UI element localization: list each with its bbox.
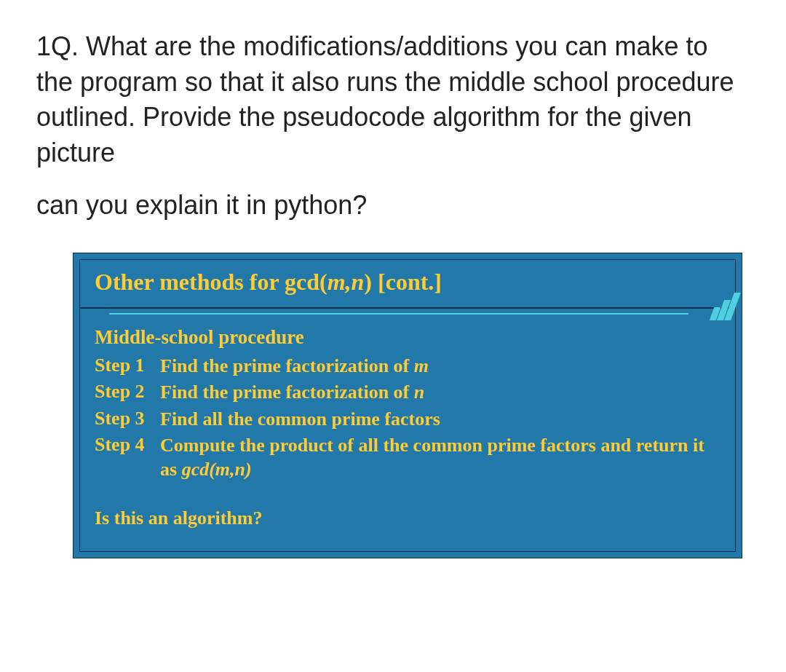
step-text-pre: Find all the common prime factors (160, 408, 440, 430)
step-row: Step 2 Find the prime factorization of n (95, 381, 720, 405)
slide-bottom-question: Is this an algorithm? (95, 507, 720, 529)
question-paragraph-1: 1Q. What are the modifications/additions… (36, 29, 750, 170)
step-row: Step 1 Find the prime factorization of m (95, 355, 720, 379)
slide-title-post: ) [cont.] (364, 269, 442, 295)
stripes-icon (686, 291, 738, 320)
step-label: Step 3 (95, 408, 160, 430)
step-text: Compute the product of all the common pr… (160, 434, 720, 481)
step-label: Step 4 (95, 434, 160, 456)
step-text-pre: Find the prime factorization of (160, 382, 414, 403)
step-text-italic: m (414, 355, 429, 376)
step-text: Find the prime factorization of n (160, 381, 424, 405)
step-row: Step 3 Find all the common prime factors (95, 408, 720, 432)
accent-line (109, 313, 688, 315)
slide-title-pre: Other methods for gcd( (95, 269, 328, 295)
slide-title: Other methods for gcd(m,n) [cont.] (95, 269, 720, 296)
slide-subheading: Middle-school procedure (95, 326, 720, 349)
step-label: Step 1 (95, 355, 160, 376)
step-text-italic: n (414, 382, 424, 403)
step-row: Step 4 Compute the product of all the co… (95, 434, 720, 481)
step-label: Step 2 (95, 381, 160, 403)
step-text: Find all the common prime factors (160, 408, 440, 432)
question-paragraph-2: can you explain it in python? (36, 188, 750, 224)
step-text-italic: gcd(m,n) (182, 459, 252, 480)
slide-container: Other methods for gcd(m,n) [cont.] Middl… (73, 253, 742, 559)
slide-title-mn: m,n (328, 269, 365, 295)
slide-body: Middle-school procedure Step 1 Find the … (79, 308, 736, 553)
step-text: Find the prime factorization of m (160, 355, 429, 379)
slide-title-box: Other methods for gcd(m,n) [cont.] (79, 259, 736, 308)
step-text-pre: Find the prime factorization of (160, 355, 414, 376)
